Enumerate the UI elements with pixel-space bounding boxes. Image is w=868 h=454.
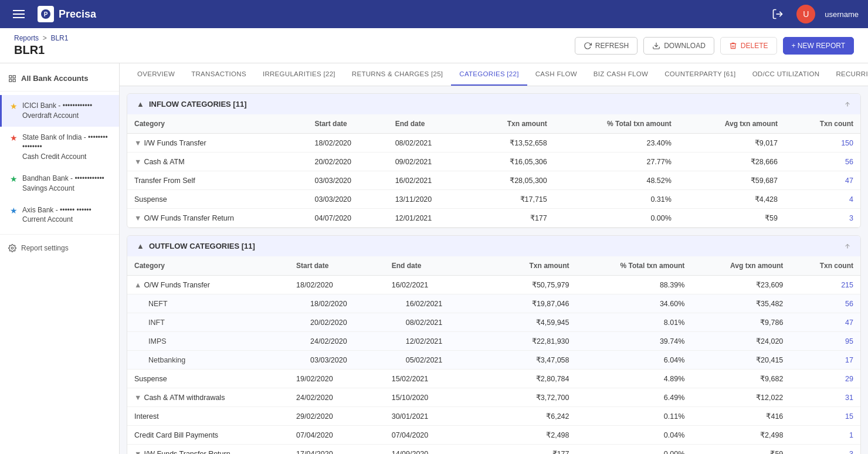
- cell-start: 19/02/2020: [289, 370, 385, 388]
- cell-count[interactable]: 31: [790, 388, 860, 407]
- sidebar-item-icici-name: ICICI Bank - ••••••••••••: [22, 101, 92, 111]
- cell-count[interactable]: 17: [790, 351, 860, 370]
- tab-cashflow[interactable]: CASH FLOW: [527, 63, 585, 86]
- avatar[interactable]: U: [796, 5, 815, 23]
- cell-count[interactable]: 3: [790, 445, 860, 455]
- sidebar-item-sbi-name: State Bank of India - •••••••• ••••••••: [22, 133, 111, 153]
- cell-category: ▲O/W Funds Transfer: [127, 276, 289, 294]
- cell-end: 30/01/2021: [385, 407, 480, 426]
- expand-icon[interactable]: ▼: [134, 214, 141, 222]
- cell-count[interactable]: 215: [790, 276, 860, 294]
- cell-category: ▼I/W Funds Transfer Return: [127, 445, 289, 455]
- svg-point-11: [11, 247, 13, 249]
- cell-end: 15/10/2020: [385, 388, 480, 407]
- tab-categories[interactable]: CATEGORIES [22]: [451, 63, 527, 86]
- cell-start: 18/02/2020: [307, 134, 388, 153]
- cell-start: 03/03/2020: [289, 351, 385, 370]
- svg-rect-0: [13, 10, 25, 11]
- cell-avg: ₹20,415: [691, 351, 790, 370]
- expand-icon[interactable]: ▼: [134, 139, 141, 147]
- cell-count[interactable]: 1: [790, 426, 860, 445]
- cell-amount: ₹177: [480, 445, 576, 455]
- cell-count[interactable]: 29: [790, 370, 860, 388]
- new-report-button[interactable]: + NEW REPORT: [783, 37, 854, 55]
- sidebar-title: All Bank Accounts: [21, 74, 88, 83]
- sidebar-item-bandhan-name: Bandhan Bank - •••••••••••• Savings Acco…: [22, 174, 111, 194]
- cell-category: Transfer From Self: [127, 171, 307, 190]
- cell-avg: ₹59,687: [679, 171, 785, 190]
- sidebar-item-axis[interactable]: ★ Axis Bank - •••••• ••••••Current Accou…: [0, 199, 119, 231]
- settings-label: Report settings: [21, 244, 69, 252]
- table-row: Interest 29/02/2020 30/01/2021 ₹6,242 0.…: [127, 407, 860, 426]
- breadcrumb-parent[interactable]: Reports: [14, 34, 39, 42]
- col-avg: Avg txn amount: [679, 114, 785, 134]
- tab-counterparty[interactable]: COUNTERPARTY [61]: [656, 63, 744, 86]
- cell-count[interactable]: 15: [790, 407, 860, 426]
- cell-count[interactable]: 150: [785, 134, 860, 153]
- cell-pct: 34.60%: [577, 294, 692, 313]
- cell-count[interactable]: 3: [785, 209, 860, 228]
- cell-amount: ₹2,80,784: [480, 370, 576, 388]
- table-row-sub: INFT 20/02/2020 08/02/2021 ₹4,59,945 8.0…: [127, 313, 860, 332]
- expand-icon[interactable]: ▼: [134, 394, 141, 402]
- tab-overview[interactable]: OVERVIEW: [129, 63, 183, 86]
- tab-recurring[interactable]: RECURRING PAYMENTS [27]: [828, 63, 868, 86]
- outflow-collapse-btn[interactable]: ▲: [137, 242, 144, 250]
- cell-start: 20/02/2020: [289, 313, 385, 332]
- tab-returns[interactable]: RETURNS & CHARGES [25]: [344, 63, 452, 86]
- col-txn-amount: Txn amount: [480, 256, 576, 276]
- outflow-table-header: Category Start date End date Txn amount …: [127, 256, 860, 276]
- expand-icon[interactable]: ▼: [134, 450, 141, 455]
- outflow-title: OUTFLOW CATEGORIES [11]: [149, 242, 255, 250]
- tab-transactions[interactable]: TRANSACTIONS: [183, 63, 255, 86]
- svg-text:P: P: [44, 11, 48, 18]
- cell-pct: 39.74%: [577, 332, 692, 351]
- username: username: [825, 10, 859, 19]
- cell-amount: ₹177: [469, 209, 554, 228]
- cell-pct: 0.31%: [554, 190, 679, 209]
- cell-count[interactable]: 47: [785, 171, 860, 190]
- sidebar-item-icici-sub: Overdraft Account: [22, 111, 92, 121]
- inflow-section: ▲ INFLOW CATEGORIES [11] Category Start …: [127, 93, 861, 228]
- expand-icon[interactable]: ▲: [134, 281, 141, 289]
- cell-end: 13/11/2020: [388, 190, 469, 209]
- cell-amount: ₹13,52,658: [469, 134, 554, 153]
- table-row-sub: NEFT 18/02/2020 16/02/2021 ₹19,87,046 34…: [127, 294, 860, 313]
- delete-button[interactable]: DELETE: [720, 37, 777, 55]
- cell-avg: ₹9,017: [679, 134, 785, 153]
- cell-count[interactable]: 4: [785, 190, 860, 209]
- sidebar-item-sbi[interactable]: ★ State Bank of India - •••••••• •••••••…: [0, 127, 119, 168]
- tab-odcc[interactable]: OD/CC UTILIZATION: [744, 63, 828, 86]
- cell-category: ▼Cash & ATM: [127, 153, 307, 171]
- sidebar-item-icici[interactable]: ★ ICICI Bank - ••••••••••••Overdraft Acc…: [0, 95, 119, 127]
- sidebar-settings[interactable]: Report settings: [0, 238, 119, 258]
- cell-amount: ₹3,47,058: [480, 351, 576, 370]
- logout-icon[interactable]: [768, 5, 787, 23]
- cell-category-sub: Netbanking: [127, 351, 289, 370]
- tab-irregularities[interactable]: IRREGULARITIES [22]: [255, 63, 344, 86]
- cell-amount: ₹3,72,700: [480, 388, 576, 407]
- cell-count[interactable]: 47: [790, 313, 860, 332]
- svg-rect-7: [9, 75, 12, 77]
- col-pct: % Total txn amount: [554, 114, 679, 134]
- cell-start: 07/04/2020: [289, 426, 385, 445]
- sidebar-item-bandhan[interactable]: ★ Bandhan Bank - •••••••••••• Savings Ac…: [0, 168, 119, 199]
- table-row: Credit Card Bill Payments 07/04/2020 07/…: [127, 426, 860, 445]
- subheader: Reports > BLR1 BLR1 REFRESH DOWNLOAD DEL…: [0, 28, 868, 63]
- svg-rect-1: [13, 13, 25, 15]
- cell-category: Credit Card Bill Payments: [127, 426, 289, 445]
- refresh-button[interactable]: REFRESH: [575, 37, 638, 55]
- download-button[interactable]: DOWNLOAD: [643, 37, 714, 55]
- menu-icon[interactable]: [9, 5, 28, 23]
- svg-rect-9: [9, 79, 12, 82]
- sidebar-header: All Bank Accounts: [0, 69, 119, 87]
- cell-count[interactable]: 56: [785, 153, 860, 171]
- tab-biz-cashflow[interactable]: BIZ CASH FLOW: [585, 63, 656, 86]
- expand-icon[interactable]: ▼: [134, 158, 141, 166]
- inflow-collapse-btn[interactable]: ▲: [137, 100, 144, 109]
- cell-end: 12/01/2021: [388, 209, 469, 228]
- cell-count[interactable]: 56: [790, 294, 860, 313]
- cell-count[interactable]: 95: [790, 332, 860, 351]
- col-pct: % Total txn amount: [577, 256, 692, 276]
- cell-end: 15/02/2021: [385, 370, 480, 388]
